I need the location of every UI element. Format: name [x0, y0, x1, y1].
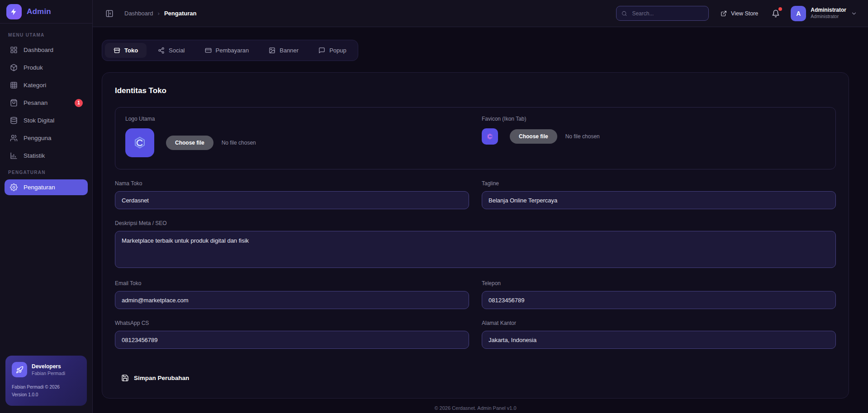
nama-toko-input[interactable]	[115, 191, 469, 209]
email-label: Email Toko	[115, 280, 469, 286]
pesanan-count-badge: 1	[75, 99, 83, 107]
favicon-choose-file-button[interactable]: Choose file	[510, 129, 557, 144]
admin-app: Admin MENU UTAMA Dashboard Produk Katego…	[0, 0, 868, 413]
telepon-label: Telepon	[482, 280, 836, 286]
sidebar-item-stok-digital[interactable]: Stok Digital	[5, 113, 88, 128]
developers-title: Developers	[32, 363, 65, 370]
sidebar-item-pesanan[interactable]: Pesanan 1	[5, 95, 88, 111]
chevron-down-icon	[851, 10, 857, 17]
topbar-right: View Store A Administrator Administrator	[616, 6, 857, 21]
view-store-button[interactable]: View Store	[718, 10, 761, 17]
rocket-icon	[12, 362, 27, 377]
topbar: Dashboard › Pengaturan View Store	[93, 0, 868, 27]
bar-chart-icon	[10, 152, 18, 160]
alamat-input[interactable]	[482, 331, 836, 349]
content: Toko Social Pembayaran Banner Popup	[93, 27, 868, 413]
sidebar-item-pengguna[interactable]: Pengguna	[5, 130, 88, 146]
field-nama-toko: Nama Toko	[115, 180, 469, 209]
avatar: A	[791, 6, 806, 21]
deskripsi-textarea[interactable]: Marketplace terbaik untuk produk digital…	[115, 231, 836, 268]
telepon-input[interactable]	[482, 291, 836, 309]
favicon-file-input: Choose file No file chosen	[510, 129, 600, 144]
breadcrumb-parent[interactable]: Dashboard	[124, 10, 153, 17]
tab-label: Banner	[280, 47, 299, 54]
gear-icon	[10, 183, 18, 191]
sidebar-menu: MENU UTAMA Dashboard Produk Kategori Pes…	[0, 23, 92, 353]
search-box	[616, 6, 709, 21]
package-icon	[10, 64, 18, 71]
share-icon	[158, 47, 165, 54]
alamat-label: Alamat Kantor	[482, 320, 836, 326]
sidebar-item-label: Pengaturan	[24, 184, 55, 191]
developers-card: Developers Fabian Permadi Fabian Permadi…	[5, 356, 87, 406]
deskripsi-label: Deskripsi Meta / SEO	[115, 220, 836, 226]
developers-card-header: Developers Fabian Permadi	[12, 362, 81, 377]
menu-section-label: MENU UTAMA	[5, 28, 88, 42]
sidebar-item-pengaturan[interactable]: Pengaturan	[5, 179, 88, 195]
tab-label: Social	[169, 47, 185, 54]
sidebar-item-label: Produk	[24, 64, 43, 71]
form-row-whatsapp-alamat: WhatsApp CS Alamat Kantor	[115, 320, 836, 349]
field-tagline: Tagline	[482, 180, 836, 209]
developers-copyright: Fabian Permadi © 2026	[12, 383, 81, 391]
logo-preview-image	[125, 128, 154, 157]
tab-social[interactable]: Social	[149, 43, 193, 58]
favicon-upload-row: Choose file No file chosen	[482, 128, 825, 145]
developers-subtitle: Fabian Permadi	[32, 371, 65, 376]
zap-icon	[6, 4, 22, 19]
save-button-label: Simpan Perubahan	[134, 375, 189, 381]
logo-upload-row: Choose file No file chosen	[125, 128, 469, 157]
sidebar-item-produk[interactable]: Produk	[5, 60, 88, 75]
sidebar-item-statistik[interactable]: Statistik	[5, 148, 88, 164]
sidebar-item-label: Pesanan	[24, 99, 47, 106]
settings-tabs: Toko Social Pembayaran Banner Popup	[102, 40, 358, 61]
sidebar-item-label: Dashboard	[24, 47, 53, 53]
identitas-toko-card: Identitas Toko Logo Utama Choose file No…	[102, 72, 849, 399]
search-input[interactable]	[631, 10, 703, 17]
sidebar-item-dashboard[interactable]: Dashboard	[5, 42, 88, 58]
developers-version: Version 1.0.0	[12, 391, 81, 399]
field-alamat: Alamat Kantor	[482, 320, 836, 349]
sidebar-item-label: Pengguna	[24, 135, 52, 141]
sidebar-item-kategori[interactable]: Kategori	[5, 77, 88, 93]
logo-upload-group: Logo Utama Choose file No file chosen	[125, 116, 469, 157]
user-info: Administrator Administrator	[811, 7, 846, 20]
breadcrumb-separator: ›	[158, 10, 160, 17]
field-telepon: Telepon	[482, 280, 836, 309]
developers-meta: Fabian Permadi © 2026 Version 1.0.0	[12, 383, 81, 399]
notification-dot	[778, 7, 782, 11]
tab-pembayaran[interactable]: Pembayaran	[196, 43, 258, 58]
user-menu[interactable]: A Administrator Administrator	[791, 6, 857, 21]
brand-name: Admin	[27, 7, 51, 16]
external-link-icon	[721, 10, 727, 17]
field-whatsapp: WhatsApp CS	[115, 320, 469, 349]
main-area: Dashboard › Pengaturan View Store	[93, 0, 868, 413]
logo-choose-file-button[interactable]: Choose file	[166, 136, 213, 150]
email-input[interactable]	[115, 291, 469, 309]
field-email: Email Toko	[115, 280, 469, 309]
layout-grid-icon	[10, 46, 18, 54]
tab-banner[interactable]: Banner	[260, 43, 307, 58]
whatsapp-input[interactable]	[115, 331, 469, 349]
tab-toko[interactable]: Toko	[105, 43, 147, 58]
save-button[interactable]: Simpan Perubahan	[118, 371, 193, 385]
notifications-button[interactable]	[770, 8, 782, 19]
form-row-name-tagline: Nama Toko Tagline	[115, 180, 836, 209]
card-title: Identitas Toko	[115, 86, 836, 95]
favicon-upload-group: Favicon (Ikon Tab) Choose file No file c…	[482, 116, 825, 157]
form-row-email-telepon: Email Toko Telepon	[115, 280, 836, 309]
user-name: Administrator	[811, 7, 846, 14]
sidebar-toggle-button[interactable]	[104, 8, 115, 19]
database-icon	[10, 117, 18, 124]
sidebar-item-label: Statistik	[24, 152, 45, 159]
user-role: Administrator	[811, 14, 846, 20]
tagline-input[interactable]	[482, 191, 836, 209]
view-store-label: View Store	[731, 10, 758, 17]
tab-popup[interactable]: Popup	[310, 43, 355, 58]
sidebar-item-label: Kategori	[24, 82, 46, 89]
image-icon	[269, 47, 275, 54]
breadcrumb: Dashboard › Pengaturan	[124, 10, 196, 17]
sidebar: Admin MENU UTAMA Dashboard Produk Katego…	[0, 0, 93, 413]
favicon-file-status: No file chosen	[565, 133, 600, 140]
logo-label: Logo Utama	[125, 116, 469, 122]
